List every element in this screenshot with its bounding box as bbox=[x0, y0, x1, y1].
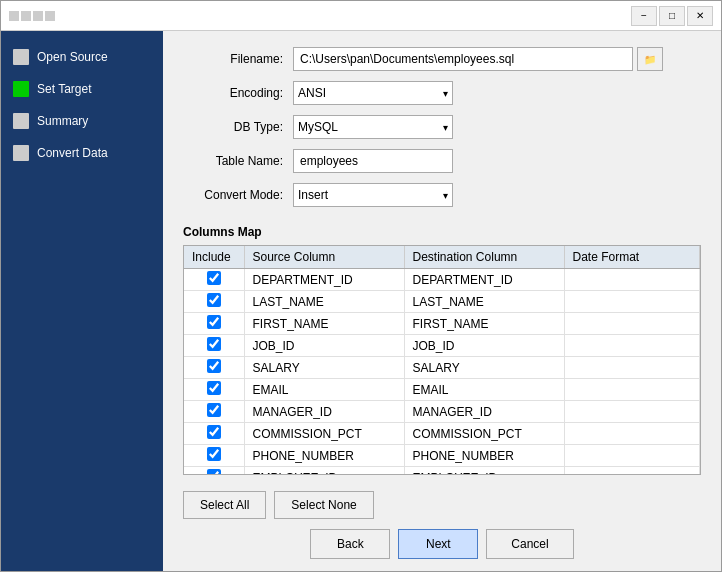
include-checkbox[interactable] bbox=[207, 271, 221, 285]
main-window: − □ ✕ Open Source Set Target Summary Con… bbox=[0, 0, 722, 572]
source-column-cell: PHONE_NUMBER bbox=[244, 445, 404, 467]
title-dot bbox=[9, 11, 19, 21]
table-row: JOB_IDJOB_ID bbox=[184, 335, 700, 357]
include-cell bbox=[184, 401, 244, 423]
content-area: Open Source Set Target Summary Convert D… bbox=[1, 31, 721, 571]
source-column-cell: LAST_NAME bbox=[244, 291, 404, 313]
include-checkbox[interactable] bbox=[207, 403, 221, 417]
date-format-cell bbox=[564, 335, 700, 357]
tablename-input[interactable] bbox=[293, 149, 453, 173]
open-source-icon bbox=[13, 49, 29, 65]
dest-column-cell: FIRST_NAME bbox=[404, 313, 564, 335]
convertmode-select[interactable]: Insert Update Replace bbox=[293, 183, 453, 207]
table-row: MANAGER_IDMANAGER_ID bbox=[184, 401, 700, 423]
include-checkbox[interactable] bbox=[207, 425, 221, 439]
include-checkbox[interactable] bbox=[207, 469, 221, 475]
columns-map-section: Columns Map Include Source Column Destin… bbox=[163, 225, 721, 483]
dest-column-cell: COMMISSION_PCT bbox=[404, 423, 564, 445]
close-button[interactable]: ✕ bbox=[687, 6, 713, 26]
sidebar-item-open-source[interactable]: Open Source bbox=[1, 41, 163, 73]
include-checkbox[interactable] bbox=[207, 315, 221, 329]
table-row: DEPARTMENT_IDDEPARTMENT_ID bbox=[184, 269, 700, 291]
header-source: Source Column bbox=[244, 246, 404, 269]
cancel-button[interactable]: Cancel bbox=[486, 529, 573, 559]
source-column-cell: SALARY bbox=[244, 357, 404, 379]
table-row: FIRST_NAMEFIRST_NAME bbox=[184, 313, 700, 335]
convertmode-select-wrapper: Insert Update Replace bbox=[293, 183, 453, 207]
include-checkbox[interactable] bbox=[207, 337, 221, 351]
sidebar-item-set-target[interactable]: Set Target bbox=[1, 73, 163, 105]
sidebar-label-open-source: Open Source bbox=[37, 50, 108, 64]
table-row: EMAILEMAIL bbox=[184, 379, 700, 401]
source-column-cell: EMAIL bbox=[244, 379, 404, 401]
source-column-cell: EMPLOYEE_ID bbox=[244, 467, 404, 476]
source-column-cell: MANAGER_ID bbox=[244, 401, 404, 423]
sidebar-label-summary: Summary bbox=[37, 114, 88, 128]
dbtype-label: DB Type: bbox=[183, 120, 293, 134]
dest-column-cell: SALARY bbox=[404, 357, 564, 379]
convertmode-row: Convert Mode: Insert Update Replace bbox=[183, 183, 701, 207]
columns-table: Include Source Column Destination Column… bbox=[184, 246, 700, 475]
filename-row: Filename: 📁 bbox=[183, 47, 701, 71]
sidebar-item-summary[interactable]: Summary bbox=[1, 105, 163, 137]
sidebar-item-convert-data[interactable]: Convert Data bbox=[1, 137, 163, 169]
date-format-cell bbox=[564, 291, 700, 313]
date-format-cell bbox=[564, 423, 700, 445]
dbtype-select-wrapper: MySQL PostgreSQL SQLite MSSQL bbox=[293, 115, 453, 139]
date-format-cell bbox=[564, 313, 700, 335]
dest-column-cell: EMAIL bbox=[404, 379, 564, 401]
back-button[interactable]: Back bbox=[310, 529, 390, 559]
include-cell bbox=[184, 467, 244, 476]
date-format-cell bbox=[564, 467, 700, 476]
dbtype-row: DB Type: MySQL PostgreSQL SQLite MSSQL bbox=[183, 115, 701, 139]
dbtype-select[interactable]: MySQL PostgreSQL SQLite MSSQL bbox=[293, 115, 453, 139]
form-section: Filename: 📁 Encoding: ANSI UTF-8 bbox=[163, 31, 721, 225]
source-column-cell: FIRST_NAME bbox=[244, 313, 404, 335]
include-cell bbox=[184, 423, 244, 445]
include-checkbox[interactable] bbox=[207, 447, 221, 461]
date-format-cell bbox=[564, 357, 700, 379]
select-all-button[interactable]: Select All bbox=[183, 491, 266, 519]
next-button[interactable]: Next bbox=[398, 529, 478, 559]
summary-icon bbox=[13, 113, 29, 129]
window-controls: − □ ✕ bbox=[631, 6, 713, 26]
title-bar-left bbox=[9, 11, 55, 21]
source-column-cell: JOB_ID bbox=[244, 335, 404, 357]
nav-buttons-row: Back Next Cancel bbox=[163, 525, 721, 571]
sidebar: Open Source Set Target Summary Convert D… bbox=[1, 31, 163, 571]
filename-input[interactable] bbox=[293, 47, 633, 71]
date-format-cell bbox=[564, 379, 700, 401]
include-checkbox[interactable] bbox=[207, 293, 221, 307]
dest-column-cell: EMPLOYEE_ID bbox=[404, 467, 564, 476]
convert-data-icon bbox=[13, 145, 29, 161]
browse-button[interactable]: 📁 bbox=[637, 47, 663, 71]
include-checkbox[interactable] bbox=[207, 381, 221, 395]
dest-column-cell: MANAGER_ID bbox=[404, 401, 564, 423]
filename-label: Filename: bbox=[183, 52, 293, 66]
header-row: Include Source Column Destination Column… bbox=[184, 246, 700, 269]
encoding-select[interactable]: ANSI UTF-8 UTF-16 bbox=[293, 81, 453, 105]
columns-table-header: Include Source Column Destination Column… bbox=[184, 246, 700, 269]
source-column-cell: DEPARTMENT_ID bbox=[244, 269, 404, 291]
set-target-icon bbox=[13, 81, 29, 97]
table-row: EMPLOYEE_IDEMPLOYEE_ID bbox=[184, 467, 700, 476]
title-dot bbox=[33, 11, 43, 21]
header-date: Date Format bbox=[564, 246, 700, 269]
select-none-button[interactable]: Select None bbox=[274, 491, 373, 519]
encoding-label: Encoding: bbox=[183, 86, 293, 100]
date-format-cell bbox=[564, 445, 700, 467]
table-row: SALARYSALARY bbox=[184, 357, 700, 379]
dest-column-cell: DEPARTMENT_ID bbox=[404, 269, 564, 291]
source-column-cell: COMMISSION_PCT bbox=[244, 423, 404, 445]
columns-table-wrapper: Include Source Column Destination Column… bbox=[183, 245, 701, 475]
select-buttons-row: Select All Select None bbox=[163, 483, 721, 525]
date-format-cell bbox=[564, 269, 700, 291]
title-dot bbox=[45, 11, 55, 21]
minimize-button[interactable]: − bbox=[631, 6, 657, 26]
title-dots bbox=[9, 11, 55, 21]
maximize-button[interactable]: □ bbox=[659, 6, 685, 26]
dest-column-cell: LAST_NAME bbox=[404, 291, 564, 313]
include-cell bbox=[184, 291, 244, 313]
include-checkbox[interactable] bbox=[207, 359, 221, 373]
include-cell bbox=[184, 313, 244, 335]
